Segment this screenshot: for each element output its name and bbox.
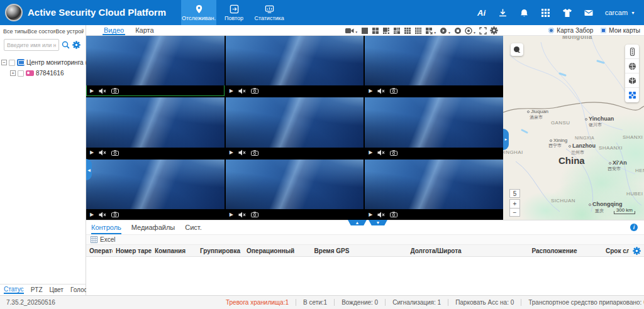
expand-map-handle[interactable]: ► <box>503 129 509 150</box>
snapshot-camera-icon[interactable] <box>251 150 258 156</box>
tab-map[interactable]: Карта <box>134 25 155 35</box>
nav-tab-tracking[interactable]: Отслеживан... <box>181 0 216 25</box>
play-icon[interactable]: ▶ <box>369 212 372 217</box>
expand-node-icon[interactable]: + <box>10 70 16 76</box>
video-source-icon[interactable]: ▼ <box>345 28 358 34</box>
zoom-in-button[interactable]: + <box>509 199 520 208</box>
my-maps-link[interactable]: Мои карты <box>601 27 640 34</box>
play-icon[interactable]: ▶ <box>90 150 94 155</box>
tree-node-monitoring-center[interactable]: − Центр мониторинга (1/1) <box>1 57 84 68</box>
tab-voice[interactable]: Голос <box>70 286 87 293</box>
device-shirt-icon[interactable] <box>562 8 572 18</box>
column-header[interactable]: Компания <box>152 247 197 254</box>
download-icon[interactable] <box>498 8 508 18</box>
video-cell[interactable]: ▶ <box>86 36 225 96</box>
mute-icon[interactable] <box>238 212 246 218</box>
snapshot-camera-icon[interactable] <box>111 88 119 94</box>
tab-system[interactable]: Сист. <box>185 220 201 234</box>
map-panel[interactable]: MongoliaJiuquan酒泉市GANSUYinchuan银川市Xining… <box>503 36 644 220</box>
column-header[interactable]: Долгота/Широта <box>365 247 503 254</box>
play-icon[interactable]: ▶ <box>369 89 372 94</box>
collapse-node-icon[interactable]: − <box>1 60 7 65</box>
collapse-sidebar-handle[interactable]: ◀ <box>86 159 92 180</box>
tab-control[interactable]: Контроль <box>91 220 121 234</box>
video-cell[interactable]: ▶ <box>86 160 225 220</box>
video-cell[interactable]: ▶ <box>86 97 225 158</box>
filter-all-devices[interactable]: Все устрой ∨ <box>55 28 84 35</box>
video-cell[interactable]: ▶ <box>226 36 364 96</box>
play-icon[interactable]: ▶ <box>90 212 94 217</box>
column-header[interactable]: Время GPS <box>295 247 365 254</box>
alarm-icon[interactable] <box>519 8 529 18</box>
tab-video[interactable]: Видео <box>103 25 125 35</box>
video-cell[interactable]: ▶ <box>365 36 503 96</box>
tiles-layer-icon-active[interactable] <box>625 88 639 102</box>
play-all-icon[interactable]: ▼ <box>440 27 451 35</box>
snapshot-camera-icon[interactable] <box>251 212 258 217</box>
layout-custom-icon[interactable]: ▼ <box>425 27 436 35</box>
mute-icon[interactable] <box>238 88 246 94</box>
traffic-layer-icon[interactable] <box>625 45 639 59</box>
column-header[interactable]: Группировка <box>197 247 243 254</box>
record-icon[interactable]: ▼ <box>465 27 476 35</box>
column-settings-gear-icon[interactable] <box>629 247 644 255</box>
collapse-video-down-button[interactable]: ▼ <box>369 220 387 225</box>
play-icon[interactable]: ▶ <box>230 150 233 155</box>
layout-6-icon[interactable] <box>382 27 390 35</box>
snapshot-camera-icon[interactable] <box>251 88 258 94</box>
column-header[interactable]: Операционный м <box>243 247 295 254</box>
layout-16-icon[interactable] <box>414 27 422 35</box>
mute-icon[interactable] <box>377 149 385 156</box>
search-input[interactable] <box>4 39 59 51</box>
stop-all-icon[interactable] <box>454 27 462 35</box>
filter-all-states[interactable]: Все состоя ∨ <box>27 28 55 35</box>
fullscreen-icon[interactable] <box>479 27 487 35</box>
search-settings-gear-icon[interactable] <box>72 41 80 49</box>
column-header[interactable]: Номер тарелки <box>113 247 152 254</box>
node-checkbox[interactable] <box>18 70 24 77</box>
mute-icon[interactable] <box>99 149 106 156</box>
expand-video-up-button[interactable]: ▲ <box>348 220 367 225</box>
column-header[interactable]: Оператор <box>86 247 113 254</box>
tab-color[interactable]: Цвет <box>50 286 64 293</box>
map-search-button[interactable] <box>511 43 523 56</box>
mute-icon[interactable] <box>377 212 385 218</box>
layout-1-icon[interactable] <box>361 27 369 35</box>
column-header[interactable]: Расположение <box>503 247 602 254</box>
apps-grid-icon[interactable] <box>541 8 550 18</box>
user-menu[interactable]: carcam ▼ <box>605 9 635 16</box>
nav-tab-playback[interactable]: Повтор <box>216 0 252 25</box>
export-excel-button[interactable]: Excel <box>91 236 115 243</box>
mute-icon[interactable] <box>377 88 385 94</box>
play-icon[interactable]: ▶ <box>90 89 94 94</box>
filter-all-types[interactable]: Все типы ∨ <box>3 28 27 35</box>
layout-8-icon[interactable] <box>393 27 401 35</box>
mute-icon[interactable] <box>238 149 246 156</box>
info-icon[interactable]: i <box>630 224 638 231</box>
snapshot-camera-icon[interactable] <box>111 212 119 217</box>
tab-status[interactable]: Статус <box>4 286 24 294</box>
nav-tab-statistics[interactable]: Статистика <box>252 0 287 25</box>
snapshot-camera-icon[interactable] <box>390 212 397 217</box>
play-icon[interactable]: ▶ <box>230 89 233 94</box>
video-cell[interactable]: ▶ <box>226 97 364 158</box>
play-icon[interactable]: ▶ <box>230 212 233 217</box>
layout-9-icon[interactable] <box>404 27 411 35</box>
settings-gear-icon[interactable] <box>490 26 498 35</box>
snapshot-camera-icon[interactable] <box>390 150 397 156</box>
mute-icon[interactable] <box>99 88 106 94</box>
satellite-layer-icon[interactable] <box>625 59 639 73</box>
video-cell[interactable]: ▶ <box>365 97 503 158</box>
map-fence-link[interactable]: Карта Забор <box>548 27 593 34</box>
zoom-out-button[interactable]: − <box>509 208 520 217</box>
column-header[interactable]: Срок сл <box>602 247 629 254</box>
tab-ptz[interactable]: PTZ <box>31 286 43 293</box>
play-icon[interactable]: ▶ <box>369 150 372 155</box>
snapshot-camera-icon[interactable] <box>390 88 397 94</box>
snapshot-camera-icon[interactable] <box>111 150 119 156</box>
3d-view-icon[interactable] <box>625 73 639 88</box>
mute-icon[interactable] <box>99 212 106 218</box>
video-cell[interactable]: ▶ <box>365 160 503 220</box>
tree-node-device[interactable]: + 87841616 <box>1 68 84 79</box>
layout-4-icon[interactable] <box>372 27 379 35</box>
